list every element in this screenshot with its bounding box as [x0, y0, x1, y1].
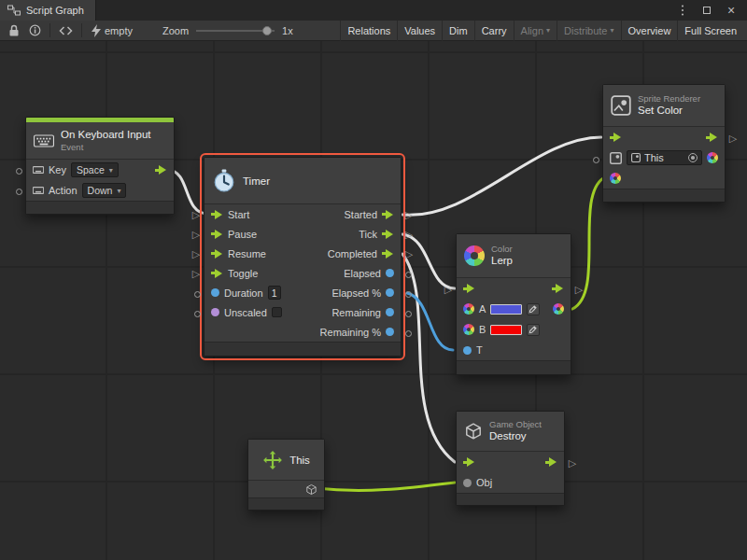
- flow-in-port[interactable]: [211, 269, 223, 278]
- gameobject-out-port[interactable]: [305, 483, 317, 496]
- action-dropdown[interactable]: Down: [82, 183, 127, 198]
- value-out-port[interactable]: [386, 308, 394, 316]
- node-title: Timer: [243, 175, 270, 187]
- trigger-port[interactable]: [443, 284, 454, 295]
- flow-row: [603, 127, 725, 147]
- flow-out-port[interactable]: [382, 210, 394, 219]
- flow-in-port[interactable]: [211, 210, 223, 219]
- color-in-port[interactable]: [463, 303, 474, 315]
- flow-out-port[interactable]: [545, 457, 557, 467]
- value-port[interactable]: [191, 288, 203, 300]
- value-out-port[interactable]: [386, 328, 394, 336]
- node-footer: [457, 493, 564, 505]
- node-header[interactable]: Game Object Destroy: [457, 412, 564, 452]
- info-icon[interactable]: [24, 21, 46, 41]
- flow-out-port[interactable]: [706, 133, 718, 142]
- trigger-port[interactable]: [727, 133, 739, 144]
- trigger-port[interactable]: [403, 248, 415, 259]
- value-port[interactable]: [13, 186, 24, 197]
- node-this[interactable]: This: [247, 439, 325, 511]
- duration-input[interactable]: 1: [268, 286, 281, 300]
- object-in-port[interactable]: [463, 479, 472, 487]
- tab-script-graph[interactable]: Script Graph: [0, 0, 96, 21]
- trigger-port[interactable]: [573, 284, 585, 295]
- flow-out-port[interactable]: [382, 230, 394, 239]
- node-color-lerp[interactable]: Color Lerp A: [456, 233, 571, 375]
- node-timer[interactable]: Timer Start Started Pause Tick Resume Co…: [204, 157, 402, 357]
- color-in-port[interactable]: [463, 324, 474, 335]
- flow-out-port[interactable]: [552, 284, 564, 293]
- trigger-port[interactable]: [403, 209, 415, 220]
- value-port[interactable]: [402, 308, 414, 319]
- wire-elapsed-to-t[interactable]: [407, 293, 453, 350]
- graph-canvas[interactable]: On Keyboard Input Event Key Space: [0, 41, 747, 560]
- node-title: Destroy: [489, 430, 542, 443]
- trigger-port[interactable]: [190, 209, 202, 220]
- value-in-port[interactable]: [463, 346, 472, 355]
- node-destroy[interactable]: Game Object Destroy Obj: [456, 411, 565, 506]
- node-header[interactable]: Timer: [204, 158, 401, 204]
- value-port[interactable]: [402, 288, 414, 300]
- key-dropdown[interactable]: Space: [71, 162, 119, 177]
- node-header[interactable]: Sprite Renderer Set Color: [603, 85, 725, 127]
- value-port[interactable]: [402, 269, 414, 280]
- trigger-port[interactable]: [567, 457, 578, 469]
- node-header[interactable]: On Keyboard Input Event: [26, 122, 174, 160]
- target-object-field[interactable]: This: [627, 150, 702, 165]
- node-on-keyboard-input[interactable]: On Keyboard Input Event Key Space: [25, 117, 175, 215]
- window-menu-icon[interactable]: [676, 4, 689, 17]
- color-out-port[interactable]: [707, 152, 718, 163]
- flow-in-port[interactable]: [610, 133, 622, 142]
- value-port[interactable]: [191, 308, 203, 319]
- flow-in-port[interactable]: [211, 249, 223, 259]
- node-header[interactable]: Color Lerp: [457, 234, 571, 278]
- value-in-port[interactable]: [211, 288, 219, 297]
- trigger-port[interactable]: [403, 229, 415, 240]
- object-picker-icon[interactable]: [688, 153, 698, 162]
- trigger-port[interactable]: [190, 248, 202, 259]
- close-icon[interactable]: [725, 4, 738, 17]
- carry-button[interactable]: Carry: [474, 21, 514, 41]
- flow-out-port[interactable]: [382, 249, 394, 259]
- trigger-port[interactable]: [190, 268, 202, 279]
- eyedropper-icon[interactable]: [527, 324, 540, 336]
- color-swatch-b[interactable]: [490, 325, 522, 335]
- color-out-port[interactable]: [553, 303, 564, 315]
- value-port[interactable]: [13, 165, 24, 176]
- value-port[interactable]: [590, 154, 601, 165]
- align-dropdown[interactable]: Align: [514, 21, 557, 41]
- value-port[interactable]: [402, 328, 414, 339]
- trigger-port[interactable]: [190, 229, 202, 240]
- zoom-slider[interactable]: [196, 30, 275, 32]
- maximize-icon[interactable]: [700, 4, 713, 17]
- titlebar: Script Graph: [0, 0, 747, 21]
- code-view-icon[interactable]: [54, 21, 78, 41]
- relations-button[interactable]: Relations: [340, 21, 397, 41]
- unscaled-checkbox[interactable]: [272, 307, 282, 317]
- wire-tick-to-lerp[interactable]: [402, 234, 455, 288]
- lock-icon[interactable]: [4, 21, 24, 41]
- distribute-dropdown[interactable]: Distribute: [557, 21, 620, 41]
- node-header[interactable]: This: [248, 440, 324, 480]
- value-out-port[interactable]: [386, 269, 394, 277]
- flow-in-port[interactable]: [463, 457, 475, 467]
- fullscreen-button[interactable]: Full Screen: [677, 21, 743, 41]
- color-in-port[interactable]: [610, 173, 621, 184]
- eyedropper-icon[interactable]: [527, 303, 540, 315]
- color-swatch-a[interactable]: [490, 304, 522, 315]
- port-label: Remaining: [331, 307, 381, 318]
- bool-in-port[interactable]: [211, 308, 219, 316]
- overview-button[interactable]: Overview: [621, 21, 678, 41]
- flow-out-port[interactable]: [155, 165, 167, 175]
- flow-in-port[interactable]: [211, 230, 223, 239]
- wire-this-to-obj[interactable]: [316, 483, 455, 490]
- values-button[interactable]: Values: [397, 21, 442, 41]
- flow-in-port[interactable]: [463, 284, 475, 293]
- node-set-color[interactable]: Sprite Renderer Set Color: [602, 84, 726, 203]
- port-label: Start: [228, 209, 249, 220]
- wire-started-to-setcolor[interactable]: [402, 137, 601, 215]
- node-title: Lerp: [491, 255, 513, 268]
- value-out-port[interactable]: [386, 288, 394, 297]
- dim-button[interactable]: Dim: [442, 21, 474, 41]
- zoom-slider-handle[interactable]: [262, 26, 272, 35]
